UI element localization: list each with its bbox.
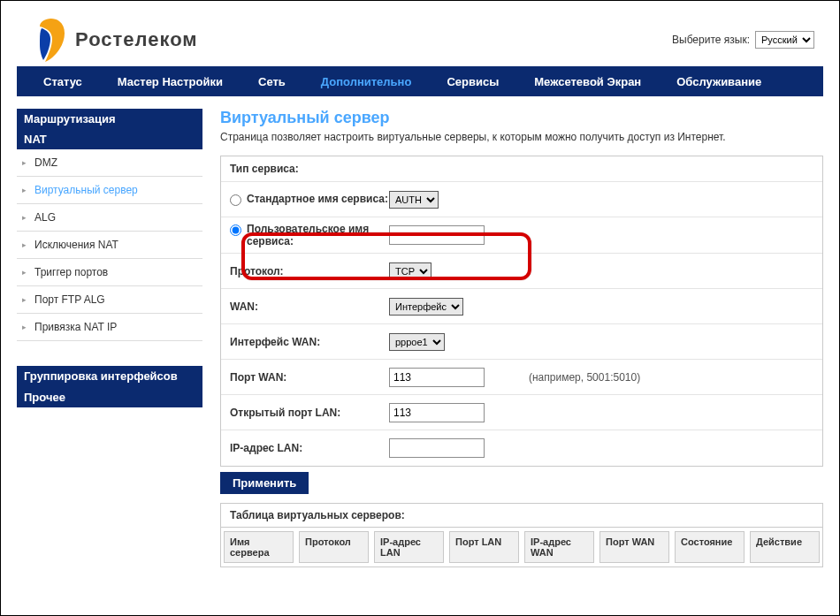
nav-services[interactable]: Сервисы: [429, 75, 516, 88]
chevron-right-icon: ▸: [22, 268, 31, 277]
main-nav: Статус Мастер Настройки Сеть Дополнитель…: [17, 66, 823, 96]
sidebar-head-other[interactable]: Прочее: [17, 387, 202, 407]
standard-name-select[interactable]: AUTH: [389, 191, 439, 209]
chevron-right-icon: ▸: [22, 158, 31, 167]
wan-interface-label: Интерфейс WAN:: [230, 336, 389, 348]
brand-logo: Ростелеком: [17, 16, 198, 64]
sidebar-head-nat[interactable]: NAT: [17, 129, 202, 149]
sidebar-item-nat-exclusions[interactable]: ▸Исключения NAT: [17, 232, 202, 259]
col-wan-ip: IP-адрес WAN: [524, 531, 594, 563]
apply-button[interactable]: Применить: [220, 472, 309, 494]
standard-name-radio[interactable]: [230, 194, 241, 206]
chevron-right-icon: ▸: [22, 186, 31, 194]
col-server-name: Имя сервера: [224, 531, 294, 563]
vs-table: Имя сервера Протокол IP-адрес LAN Порт L…: [220, 528, 823, 567]
chevron-right-icon: ▸: [22, 240, 31, 249]
language-label: Выберите язык:: [672, 34, 750, 46]
user-name-label: Пользовательское имя сервиса:: [247, 223, 389, 247]
chevron-right-icon: ▸: [22, 295, 31, 304]
nav-wizard[interactable]: Мастер Настройки: [100, 75, 241, 88]
lan-port-input[interactable]: [389, 403, 485, 422]
sidebar-item-label: Исключения NAT: [34, 239, 118, 251]
lan-port-label: Открытый порт LAN:: [230, 407, 389, 419]
sidebar-item-label: ALG: [34, 211, 56, 224]
col-wan-port: Порт WAN: [599, 531, 669, 563]
nav-firewall[interactable]: Межсетевой Экран: [516, 75, 659, 88]
wan-mode-label: WAN:: [230, 300, 389, 313]
sidebar-item-label: Порт FTP ALG: [34, 293, 105, 306]
wan-mode-select[interactable]: Интерфейс: [389, 298, 463, 316]
sidebar: Маршрутизация NAT ▸DMZ ▸Виртуальный серв…: [17, 109, 202, 567]
lan-ip-input[interactable]: [389, 438, 485, 458]
service-type-heading: Тип сервиса:: [221, 156, 822, 182]
page-description: Страница позволяет настроить виртуальные…: [220, 131, 823, 143]
standard-name-label: Стандартное имя сервиса:: [247, 193, 388, 205]
sidebar-head-if-group[interactable]: Группировка интерфейсов: [17, 366, 202, 387]
user-name-radio[interactable]: [230, 224, 241, 236]
user-name-input[interactable]: [389, 225, 485, 245]
chevron-right-icon: ▸: [22, 323, 31, 331]
sidebar-item-label: DMZ: [34, 156, 57, 169]
nav-status[interactable]: Статус: [26, 75, 100, 88]
nav-advanced[interactable]: Дополнительно: [303, 75, 430, 88]
sidebar-item-label: Виртуальный сервер: [34, 184, 138, 196]
col-lan-port: Порт LAN: [449, 531, 519, 563]
rostelecom-ear-icon: [33, 16, 70, 64]
wan-interface-select[interactable]: pppoe1: [389, 333, 445, 351]
service-config-box: Тип сервиса: Стандартное имя сервиса: AU…: [220, 156, 823, 467]
wan-port-input[interactable]: [389, 368, 485, 387]
sidebar-item-ftp-alg[interactable]: ▸Порт FTP ALG: [17, 286, 202, 314]
nav-maintenance[interactable]: Обслуживание: [659, 75, 779, 88]
sidebar-item-nat-ip-bind[interactable]: ▸Привязка NAT IP: [17, 314, 202, 341]
protocol-label: Протокол:: [230, 265, 389, 278]
sidebar-item-dmz[interactable]: ▸DMZ: [17, 149, 202, 177]
wan-port-hint: (например, 5001:5010): [529, 371, 640, 384]
sidebar-head-routing[interactable]: Маршрутизация: [17, 109, 202, 129]
col-lan-ip: IP-адрес LAN: [374, 531, 444, 563]
chevron-right-icon: ▸: [22, 213, 31, 222]
col-protocol: Протокол: [299, 531, 369, 563]
sidebar-item-port-trigger[interactable]: ▸Триггер портов: [17, 259, 202, 286]
protocol-select[interactable]: TCP: [389, 262, 431, 280]
vs-table-title: Таблица виртуальных серверов:: [220, 503, 823, 528]
sidebar-item-virtual-server[interactable]: ▸Виртуальный сервер: [17, 177, 202, 204]
sidebar-item-alg[interactable]: ▸ALG: [17, 204, 202, 232]
brand-name: Ростелеком: [75, 28, 198, 51]
sidebar-item-label: Триггер портов: [34, 266, 108, 278]
col-state: Состояние: [675, 531, 745, 563]
page-title: Виртуальный сервер: [220, 109, 823, 127]
sidebar-item-label: Привязка NAT IP: [34, 321, 117, 333]
language-select[interactable]: Русский: [755, 31, 814, 49]
col-action: Действие: [750, 531, 820, 563]
nav-network[interactable]: Сеть: [241, 75, 303, 88]
wan-port-label: Порт WAN:: [230, 371, 389, 384]
lan-ip-label: IP-адрес LAN:: [230, 442, 389, 454]
